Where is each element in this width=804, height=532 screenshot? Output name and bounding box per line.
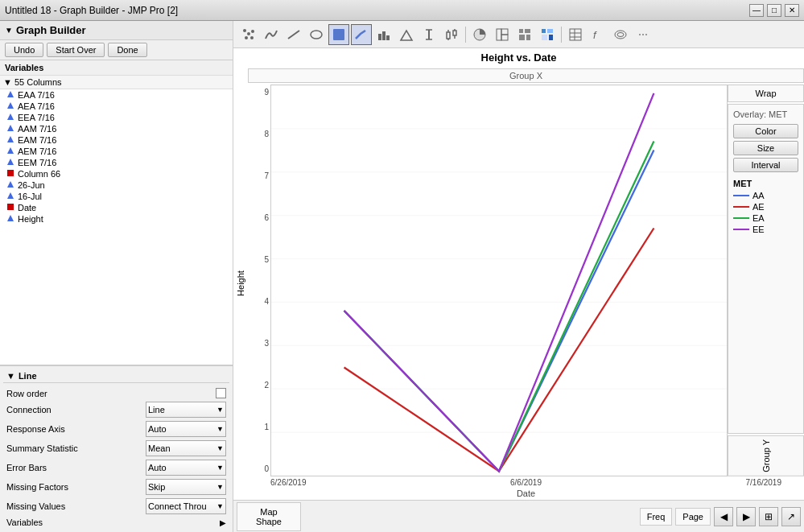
- svg-point-15: [245, 36, 248, 39]
- list-item[interactable]: Height: [0, 213, 233, 225]
- color-button[interactable]: Color: [733, 124, 798, 138]
- main-content: ▼ Graph Builder Undo Start Over Done Var…: [0, 21, 804, 532]
- svg-marker-9: [7, 192, 14, 199]
- variable-name: 16-Jul: [18, 192, 42, 201]
- x-axis-label: Date: [248, 487, 804, 500]
- smooth-icon-btn[interactable]: [261, 24, 282, 45]
- list-item[interactable]: EAM 7/16: [0, 134, 233, 146]
- table-icon-btn[interactable]: [565, 24, 586, 45]
- bottom-right: Freq Page ◀ ▶ ⊞ ↗: [640, 507, 801, 526]
- right-panel: f ⋯ Height vs. Date Height: [233, 21, 804, 532]
- filled-area-icon-btn[interactable]: [328, 24, 349, 45]
- legend-item-EA: EA: [733, 213, 798, 223]
- ellipse-icon-btn[interactable]: [306, 24, 327, 45]
- range-icon-btn[interactable]: [418, 24, 439, 45]
- columns-collapse-icon[interactable]: ▼: [3, 77, 12, 87]
- svg-rect-27: [447, 32, 450, 39]
- response-axis-label: Response Axis: [6, 424, 95, 434]
- collapse-icon[interactable]: ▼: [5, 26, 13, 35]
- maximize-button[interactable]: □: [767, 4, 781, 17]
- graph-builder-header: ▼ Graph Builder: [0, 21, 233, 40]
- svg-marker-0: [7, 91, 14, 97]
- more-icon-btn[interactable]: ⋯: [633, 24, 654, 45]
- svg-point-13: [247, 32, 250, 35]
- svg-marker-11: [7, 215, 14, 221]
- bottom-bar: Map Shape Freq Page ◀ ▶ ⊞ ↗: [233, 500, 804, 532]
- svg-rect-38: [525, 29, 530, 33]
- variable-name: EEA 7/16: [18, 113, 55, 122]
- blue-triangle-icon: [6, 180, 14, 190]
- fit-line-icon-btn[interactable]: [283, 24, 304, 45]
- line-icon-btn[interactable]: [351, 24, 372, 45]
- svg-line-17: [288, 31, 299, 39]
- blue-triangle-icon: [6, 90, 14, 100]
- close-button[interactable]: ✕: [785, 4, 799, 17]
- size-button[interactable]: Size: [733, 141, 798, 155]
- variable-name: Date: [18, 203, 36, 212]
- summary-statistic-arrow: ▼: [216, 444, 224, 452]
- nav-expand-button[interactable]: ↗: [781, 507, 801, 526]
- mountain-icon-btn[interactable]: [396, 24, 417, 45]
- variables-list[interactable]: EAA 7/16AEA 7/16EEA 7/16AAM 7/16EAM 7/16…: [0, 89, 233, 365]
- list-item[interactable]: 26-Jun: [0, 179, 233, 191]
- nav-next-button[interactable]: ▶: [736, 507, 756, 526]
- chart-title: Height vs. Date: [233, 48, 804, 67]
- variables-expand-icon[interactable]: ▶: [220, 518, 226, 527]
- list-item[interactable]: EAA 7/16: [0, 89, 233, 101]
- red-square-icon: [6, 169, 14, 179]
- tree-icon-btn[interactable]: [492, 24, 513, 45]
- formula-icon-btn[interactable]: f: [588, 24, 608, 45]
- summary-statistic-select[interactable]: Mean ▼: [146, 440, 226, 456]
- contour-icon-btn[interactable]: [610, 24, 631, 45]
- row-order-checkbox[interactable]: [216, 388, 226, 398]
- list-item[interactable]: Date: [0, 202, 233, 213]
- window-controls: — □ ✕: [749, 4, 799, 17]
- start-over-button[interactable]: Start Over: [47, 43, 105, 57]
- bar-icon-btn[interactable]: [373, 24, 394, 45]
- stream-icon-btn[interactable]: [441, 24, 462, 45]
- list-item[interactable]: Column 66: [0, 168, 233, 179]
- variable-name: AEA 7/16: [18, 101, 55, 111]
- blue-triangle-icon: [6, 101, 14, 111]
- row-order-label: Row order: [6, 389, 95, 398]
- variable-name: Column 66: [18, 169, 60, 179]
- undo-button[interactable]: Undo: [5, 43, 43, 57]
- mosaic-icon-btn[interactable]: [514, 24, 535, 45]
- legend-item-AE: AE: [733, 202, 798, 212]
- svg-rect-45: [570, 29, 581, 40]
- error-bars-select[interactable]: Auto ▼: [146, 460, 226, 476]
- scatter-icon-btn[interactable]: [238, 24, 259, 45]
- bottom-left: Map Shape: [237, 502, 301, 531]
- interval-button[interactable]: Interval: [733, 158, 798, 172]
- nav-grid-button[interactable]: ⊞: [759, 507, 778, 526]
- columns-count: 55 Columns: [14, 77, 62, 87]
- list-item[interactable]: AAM 7/16: [0, 123, 233, 134]
- heat-map-icon-btn[interactable]: [537, 24, 558, 45]
- svg-rect-22: [386, 35, 390, 40]
- missing-factors-select[interactable]: Skip ▼: [146, 479, 226, 495]
- left-panel: ▼ Graph Builder Undo Start Over Done Var…: [0, 21, 233, 532]
- pie-icon-btn[interactable]: [469, 24, 490, 45]
- done-button[interactable]: Done: [108, 43, 146, 57]
- variables-control: ▶: [220, 518, 226, 527]
- summary-statistic-row: Summary Statistic Mean ▼: [3, 439, 229, 458]
- separator1: [465, 27, 466, 43]
- missing-values-select[interactable]: Connect Throu ▼: [146, 498, 226, 514]
- row-order-row: Row order: [3, 386, 229, 400]
- list-item[interactable]: EEM 7/16: [0, 157, 233, 168]
- list-item[interactable]: AEA 7/16: [0, 101, 233, 112]
- connection-select[interactable]: Line ▼: [146, 402, 226, 418]
- right-panels: Wrap Overlay: MET Color Size Interval ME…: [728, 85, 804, 476]
- nav-prev-button[interactable]: ◀: [714, 507, 733, 526]
- window-titlebar: Untitled 18 - Graph Builder - JMP Pro [2…: [0, 0, 804, 21]
- svg-marker-4: [7, 136, 14, 142]
- minimize-button[interactable]: —: [749, 4, 764, 17]
- list-item[interactable]: AEM 7/16: [0, 146, 233, 157]
- response-axis-select[interactable]: Auto ▼: [146, 421, 226, 437]
- connection-row: Connection Line ▼: [3, 400, 229, 419]
- svg-rect-19: [333, 29, 344, 40]
- plot-canvas: [270, 85, 728, 476]
- line-collapse-icon[interactable]: ▼: [6, 371, 15, 381]
- list-item[interactable]: EEA 7/16: [0, 112, 233, 123]
- list-item[interactable]: 16-Jul: [0, 191, 233, 202]
